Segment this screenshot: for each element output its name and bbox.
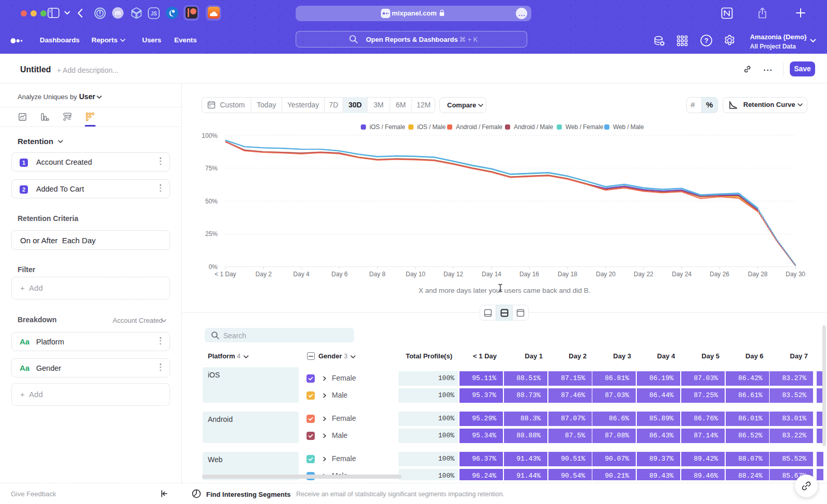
svg-text:?: ? [705,37,709,44]
svg-text:JS: JS [150,11,157,17]
